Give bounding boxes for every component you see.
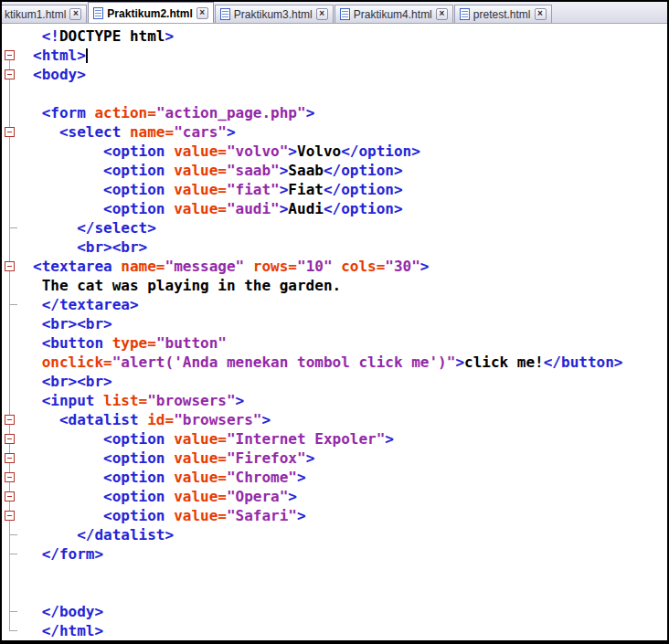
code-token: value= bbox=[174, 469, 227, 486]
fold-margin bbox=[2, 583, 20, 602]
code-text[interactable]: <html> bbox=[20, 46, 88, 65]
fold-collapse-icon[interactable] bbox=[5, 50, 15, 60]
fold-margin bbox=[2, 26, 20, 46]
code-text[interactable]: onclick="alert('Anda menekan tombol clic… bbox=[20, 353, 622, 372]
fold-collapse-icon[interactable] bbox=[5, 453, 15, 463]
code-token: "message" bbox=[165, 258, 245, 275]
code-text[interactable]: <option value="audi">Audi</option> bbox=[20, 199, 403, 218]
code-text[interactable]: <option value="Chrome"> bbox=[20, 468, 306, 487]
code-text[interactable]: <option value="Internet Expoler"> bbox=[20, 429, 394, 449]
code-text[interactable]: <!DOCTYPE html> bbox=[20, 26, 174, 46]
code-token: > bbox=[297, 507, 306, 524]
code-token: value= bbox=[174, 488, 227, 505]
fold-collapse-icon[interactable] bbox=[5, 261, 15, 271]
tab-praktikum2-html[interactable]: Praktikum2.html× bbox=[88, 2, 213, 24]
code-line bbox=[2, 583, 667, 602]
code-line: <br><br> bbox=[2, 314, 667, 333]
code-text[interactable]: <br><br> bbox=[20, 238, 147, 257]
code-token: "audi" bbox=[227, 200, 280, 217]
code-line: </textarea> bbox=[2, 295, 667, 314]
code-line bbox=[2, 564, 667, 583]
tab-close-icon[interactable]: × bbox=[436, 8, 448, 20]
code-text[interactable]: <button type="button" bbox=[20, 333, 227, 353]
code-text[interactable]: <option value="Opera"> bbox=[20, 487, 297, 506]
code-text[interactable]: <br><br> bbox=[20, 314, 112, 333]
tab-praktikum3-html[interactable]: Praktikum3.html× bbox=[215, 5, 334, 23]
fold-collapse-icon[interactable] bbox=[5, 69, 15, 79]
code-text[interactable]: <option value="Safari"> bbox=[20, 506, 306, 525]
code-text[interactable] bbox=[20, 564, 33, 583]
code-text[interactable]: <form action="action_page.php"> bbox=[20, 103, 314, 122]
fold-margin bbox=[2, 602, 20, 621]
code-token: "fiat" bbox=[227, 181, 280, 198]
code-token: "30" bbox=[385, 258, 420, 275]
code-token: name= bbox=[121, 258, 165, 275]
fold-line bbox=[9, 583, 10, 602]
code-text[interactable]: <textarea name="message" rows="10" cols=… bbox=[20, 257, 430, 276]
fold-margin bbox=[2, 429, 20, 449]
tab-close-icon[interactable]: × bbox=[196, 7, 208, 19]
fold-collapse-icon[interactable] bbox=[5, 491, 15, 501]
code-token: <option bbox=[33, 143, 174, 160]
code-text[interactable]: <option value="saab">Saab</option> bbox=[20, 161, 403, 180]
code-token: action= bbox=[94, 104, 155, 121]
code-token: <option bbox=[33, 430, 174, 448]
fold-collapse-icon[interactable] bbox=[5, 511, 15, 521]
document-icon bbox=[340, 8, 350, 20]
code-text[interactable]: <option value="Firefox"> bbox=[20, 449, 314, 468]
code-text[interactable]: <datalist id="browsers"> bbox=[20, 410, 271, 429]
code-text[interactable]: The cat was playing in the garden. bbox=[20, 276, 341, 295]
code-text[interactable]: <select name="cars"> bbox=[20, 122, 236, 142]
code-token: Fiat bbox=[288, 181, 324, 198]
tab-close-icon[interactable]: × bbox=[316, 8, 328, 20]
code-token: "cars" bbox=[174, 123, 227, 141]
code-token: value= bbox=[174, 200, 227, 217]
tab-label: Praktikum4.html bbox=[354, 8, 432, 21]
code-token: </option> bbox=[341, 143, 420, 160]
fold-collapse-icon[interactable] bbox=[5, 127, 15, 137]
code-token: click me! bbox=[464, 354, 544, 371]
code-text[interactable]: </body> bbox=[20, 602, 103, 621]
fold-line bbox=[9, 142, 10, 161]
code-token: > bbox=[280, 162, 289, 179]
code-text[interactable]: </html> bbox=[20, 621, 103, 640]
code-line: </form> bbox=[2, 544, 667, 564]
tab-ktikum1-html[interactable]: ktikum1.html× bbox=[2, 5, 87, 23]
code-text[interactable] bbox=[20, 583, 33, 602]
code-line: <option value="saab">Saab</option> bbox=[2, 161, 667, 180]
fold-line bbox=[9, 84, 10, 103]
document-icon bbox=[220, 8, 230, 20]
fold-margin bbox=[2, 199, 20, 218]
tab-close-icon[interactable]: × bbox=[535, 8, 547, 20]
fold-collapse-icon[interactable] bbox=[5, 434, 15, 444]
code-area[interactable]: <!DOCTYPE html><html><body> <form action… bbox=[2, 24, 667, 640]
code-line: <select name="cars"> bbox=[2, 122, 667, 142]
code-token: </select> bbox=[33, 219, 156, 237]
code-text[interactable]: <body> bbox=[20, 65, 86, 84]
code-token: > bbox=[236, 392, 245, 409]
fold-collapse-icon[interactable] bbox=[5, 415, 15, 425]
code-text[interactable]: <option value="fiat">Fiat</option> bbox=[20, 180, 403, 199]
code-text[interactable]: <input list="browsers"> bbox=[20, 391, 244, 410]
tab-praktikum4-html[interactable]: Praktikum4.html× bbox=[334, 5, 453, 23]
tab-pretest-html[interactable]: pretest.html× bbox=[454, 5, 552, 23]
code-text[interactable]: <option value="volvo">Volvo</option> bbox=[20, 142, 420, 161]
code-token: "Internet Expoler" bbox=[227, 430, 385, 448]
code-token: > bbox=[280, 200, 289, 217]
code-token: "alert('Anda menekan tombol click me')" bbox=[112, 354, 456, 371]
code-token: "button" bbox=[156, 334, 227, 352]
code-text[interactable]: <br><br> bbox=[20, 372, 112, 391]
fold-margin bbox=[2, 238, 20, 257]
fold-line bbox=[9, 276, 10, 295]
tab-label: Praktikum3.html bbox=[234, 8, 313, 21]
tab-close-icon[interactable]: × bbox=[69, 8, 81, 20]
code-text[interactable]: </select> bbox=[20, 218, 156, 238]
fold-end-tick bbox=[9, 630, 17, 631]
code-text[interactable]: </datalist> bbox=[20, 525, 174, 544]
code-token: <option bbox=[33, 181, 174, 198]
code-text[interactable] bbox=[20, 84, 33, 103]
fold-collapse-icon[interactable] bbox=[5, 472, 15, 482]
code-text[interactable]: </textarea> bbox=[20, 295, 139, 314]
code-text[interactable]: </form> bbox=[20, 544, 103, 564]
code-token: <option bbox=[33, 488, 174, 505]
